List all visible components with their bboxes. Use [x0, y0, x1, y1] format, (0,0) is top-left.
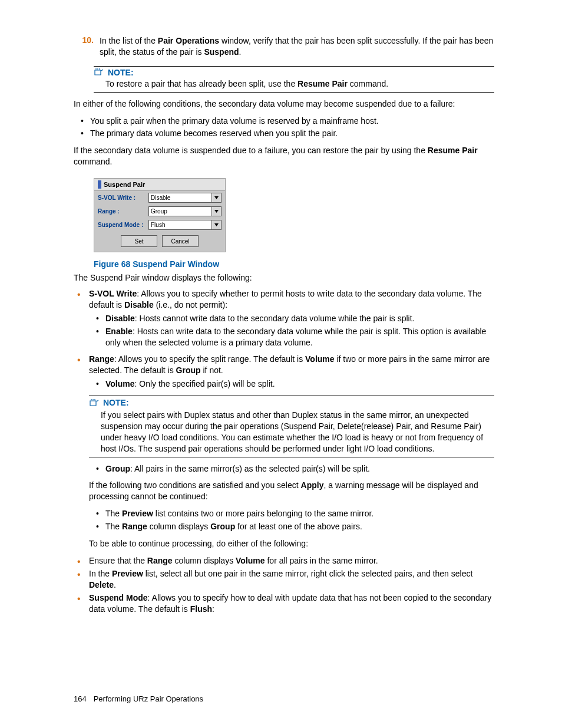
suspend-mode-select[interactable]: Flush	[148, 220, 222, 230]
bold: Disable	[105, 314, 135, 323]
list-item: The primary data volume becomes reserved…	[74, 128, 494, 139]
text: for at least one of the above pairs.	[235, 522, 362, 531]
bold: Pair Operations	[158, 36, 219, 45]
text: : Allows you to specify how to deal with…	[89, 593, 491, 614]
bold: Volume	[236, 556, 265, 565]
list-item: Enable: Hosts can write data to the seco…	[89, 326, 494, 348]
note-block: NOTE: If you select pairs with Duplex st…	[89, 396, 494, 457]
note-label: NOTE:	[108, 68, 134, 77]
rule	[94, 92, 494, 93]
note-heading: NOTE:	[89, 397, 494, 409]
text: The	[105, 522, 122, 531]
note-block: NOTE: To restore a pair that has already…	[94, 66, 494, 93]
select-value: Group	[151, 208, 167, 215]
text: if not.	[201, 365, 223, 375]
svol-write-item: S-VOL Write: Allows you to specify wheth…	[77, 288, 494, 348]
text: : Hosts can write data to the secondary …	[105, 327, 486, 347]
bold: Group	[210, 522, 235, 531]
page: 10. In the list of the Pair Operations w…	[0, 0, 562, 728]
text: (i.e., do not permit):	[154, 300, 227, 309]
list-item: You split a pair when the primary data v…	[74, 116, 494, 127]
list-item: Ensure that the Range column displays Vo…	[77, 555, 494, 566]
paragraph: If the secondary data volume is suspende…	[74, 145, 494, 167]
text: .	[114, 580, 116, 589]
text: command.	[74, 157, 112, 166]
text: .	[239, 47, 242, 57]
text: : All pairs in the same mirror(s) as the…	[130, 464, 370, 473]
bold: Suspend Mode	[89, 593, 148, 602]
text: list contains two or more pairs belongin…	[153, 509, 373, 518]
suspend-mode-row: Suspend Mode : Flush	[94, 218, 225, 232]
bold: Group	[176, 365, 201, 375]
text: Ensure that the	[89, 556, 147, 565]
sub-list: The Preview list contains two or more pa…	[89, 508, 494, 532]
dialog-body: S-VOL Write : Disable Range : Group Susp…	[94, 191, 225, 252]
suspend-pair-dialog: Suspend Pair S-VOL Write : Disable Range…	[94, 178, 226, 252]
suspend-mode-item: Suspend Mode: Allows you to specify how …	[77, 592, 494, 615]
chevron-down-icon	[211, 193, 221, 202]
suspend-mode-label: Suspend Mode :	[98, 222, 148, 228]
list-item: Group: All pairs in the same mirror(s) a…	[89, 463, 494, 475]
text: : Allows you to specify the split range.…	[114, 354, 305, 364]
list-item: Disable: Hosts cannot write data to the …	[89, 313, 494, 324]
rule	[89, 396, 494, 396]
dialog-buttons: Set Cancel	[94, 232, 225, 252]
text: :	[212, 604, 214, 614]
note-body: To restore a pair that has already been …	[105, 78, 494, 90]
text: In the	[89, 569, 112, 578]
text: To restore a pair that has already been …	[105, 79, 297, 88]
svol-write-row: S-VOL Write : Disable	[94, 191, 225, 205]
svol-write-select[interactable]: Disable	[148, 193, 222, 203]
bold: Flush	[190, 604, 212, 614]
list-item: The Range column displays Group for at l…	[89, 521, 494, 532]
sub-list: Volume: Only the specified pair(s) will …	[89, 378, 494, 390]
text: If the following two conditions are sati…	[89, 480, 301, 490]
text: for all pairs in the same mirror.	[265, 556, 378, 565]
title-bar-accent	[98, 180, 101, 189]
bold: Range	[122, 522, 147, 531]
select-value: Flush	[151, 222, 165, 228]
sub-list: Disable: Hosts cannot write data to the …	[89, 313, 494, 348]
bold: Enable	[105, 327, 133, 336]
chevron-down-icon	[211, 207, 221, 216]
step-number: 10.	[74, 35, 100, 58]
bold: Preview	[122, 509, 153, 518]
text: command.	[348, 79, 388, 88]
paragraph: If the following two conditions are sati…	[89, 480, 494, 502]
bold: Volume	[305, 354, 335, 364]
paragraph: The Suspend Pair window displays the fol…	[74, 272, 494, 284]
bold: Range	[147, 556, 173, 565]
sub-list: Group: All pairs in the same mirror(s) a…	[89, 463, 494, 475]
note-icon	[89, 399, 100, 407]
bold: Range	[89, 354, 114, 364]
cancel-button[interactable]: Cancel	[162, 235, 199, 247]
text: : Hosts cannot write data to the seconda…	[135, 314, 415, 323]
select-value: Disable	[151, 195, 170, 201]
text: The	[105, 509, 122, 518]
note-label: NOTE:	[103, 397, 129, 409]
range-row: Range : Group	[94, 205, 225, 218]
step-10: 10. In the list of the Pair Operations w…	[74, 35, 494, 58]
set-button[interactable]: Set	[121, 235, 157, 247]
page-number: 164	[74, 694, 87, 703]
bullet-list: You split a pair when the primary data v…	[74, 116, 494, 140]
note-heading: NOTE:	[94, 68, 494, 77]
range-select[interactable]: Group	[148, 206, 222, 216]
bold: Delete	[89, 580, 114, 589]
note-icon	[94, 68, 104, 77]
text: In the list of the	[100, 36, 158, 45]
bold: Apply	[301, 480, 324, 490]
bold: S-VOL Write	[89, 289, 137, 298]
main-bullet-list: S-VOL Write: Allows you to specify wheth…	[77, 288, 494, 614]
dialog-title-text: Suspend Pair	[104, 181, 145, 188]
rule	[94, 66, 494, 67]
dialog-title: Suspend Pair	[94, 179, 225, 191]
text: list, select all but one pair in the sam…	[143, 569, 473, 578]
svol-write-label: S-VOL Write :	[98, 195, 148, 201]
text: column displays	[147, 522, 210, 531]
range-item: Range: Allows you to specify the split r…	[77, 354, 494, 549]
bold: Resume Pair	[297, 79, 348, 88]
bold: Resume Pair	[428, 146, 478, 155]
range-label: Range :	[98, 208, 148, 215]
paragraph: In either of the following conditions, t…	[74, 98, 494, 110]
